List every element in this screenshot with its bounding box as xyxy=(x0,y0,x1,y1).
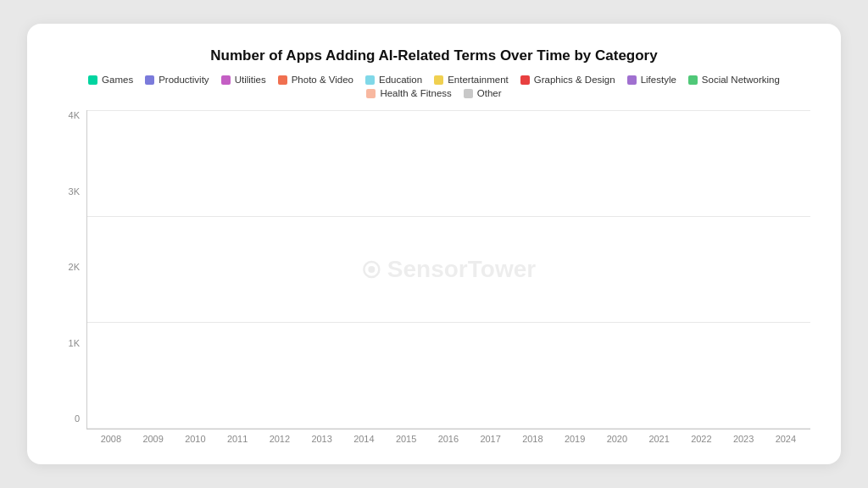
x-labels: 2008200920102011201220132014201520162017… xyxy=(86,430,810,444)
x-label: 2009 xyxy=(140,434,167,444)
x-label: 2008 xyxy=(97,434,125,444)
bars-container: SensorTower xyxy=(86,110,810,430)
svg-point-1 xyxy=(368,266,375,273)
legend-item-education: Education xyxy=(365,75,422,85)
x-label: 2013 xyxy=(309,434,336,444)
x-label: 2021 xyxy=(646,434,673,444)
x-label: 2012 xyxy=(266,434,293,444)
legend: GamesProductivityUtilitiesPhoto & VideoE… xyxy=(58,75,810,98)
y-label: 2K xyxy=(58,262,80,272)
x-label: 2014 xyxy=(350,434,377,444)
x-label: 2020 xyxy=(604,434,631,444)
legend-item-other: Other xyxy=(464,88,502,98)
chart-card: Number of Apps Adding AI-Related Terms O… xyxy=(27,24,841,464)
legend-item-games: Games xyxy=(88,75,133,85)
y-axis: 01K2K3K4K xyxy=(58,110,86,444)
y-label: 3K xyxy=(58,186,80,197)
y-label: 4K xyxy=(58,110,80,120)
legend-item-entertainment: Entertainment xyxy=(434,75,509,85)
legend-item-health--fitness: Health & Fitness xyxy=(366,88,451,98)
x-label: 2011 xyxy=(224,434,251,444)
watermark: SensorTower xyxy=(362,256,536,283)
legend-item-photo--video: Photo & Video xyxy=(278,75,353,85)
chart-title: Number of Apps Adding AI-Related Terms O… xyxy=(58,47,810,64)
x-label: 2024 xyxy=(772,434,799,444)
bars-row: SensorTower xyxy=(87,110,810,429)
x-label: 2015 xyxy=(392,434,420,444)
legend-item-utilities: Utilities xyxy=(221,75,266,85)
x-label: 2023 xyxy=(730,434,757,444)
legend-item-lifestyle: Lifestyle xyxy=(627,75,676,85)
watermark-text: SensorTower xyxy=(387,256,536,283)
x-label: 2016 xyxy=(435,434,462,444)
x-label: 2019 xyxy=(561,434,588,444)
x-label: 2018 xyxy=(519,434,546,444)
y-label: 1K xyxy=(58,338,80,348)
legend-item-graphics--design: Graphics & Design xyxy=(520,75,615,85)
legend-item-productivity: Productivity xyxy=(145,75,209,85)
chart-area: 01K2K3K4K SensorTower 200820092010201120… xyxy=(58,110,810,444)
legend-item-social-networking: Social Networking xyxy=(688,75,780,85)
x-label: 2017 xyxy=(477,434,504,444)
y-label: 0 xyxy=(58,413,80,424)
chart-inner: SensorTower 2008200920102011201220132014… xyxy=(86,110,810,444)
x-label: 2010 xyxy=(181,434,209,444)
x-label: 2022 xyxy=(687,434,715,444)
svg-point-0 xyxy=(364,262,379,277)
